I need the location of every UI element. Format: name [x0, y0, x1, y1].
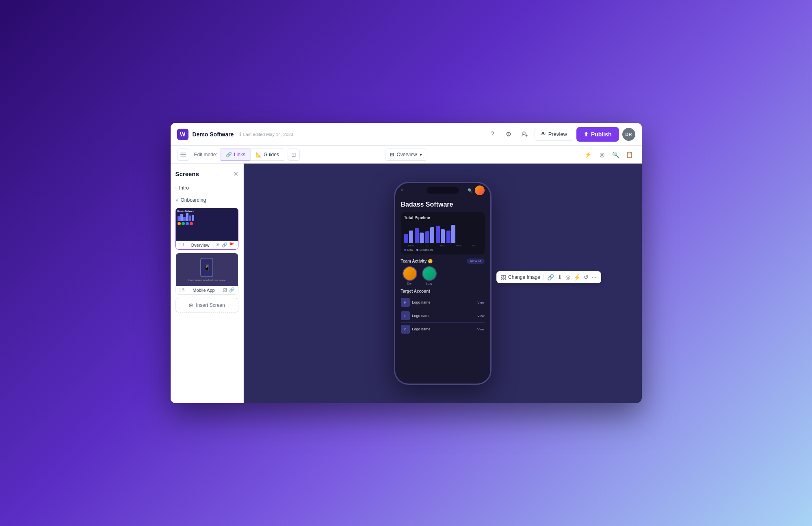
- overview-mini-preview: Badass Software: [176, 208, 238, 241]
- insert-screen-button[interactable]: ⊕ Insert Screen: [175, 298, 238, 313]
- invite-button[interactable]: [518, 128, 531, 141]
- mobile-app-actions: 🖼 🔗: [223, 287, 235, 293]
- chevron-down-icon: ▾: [420, 152, 422, 157]
- team-section: Team Activity 😊 View all Don Lizzy: [401, 259, 485, 285]
- sidebar-toggle-button[interactable]: [177, 149, 189, 161]
- link-icon: 🔗: [226, 152, 232, 157]
- flag-action-icon[interactable]: 🚩: [229, 242, 235, 248]
- chart-title: Total Pipeline: [404, 216, 481, 220]
- target-item-2: S Logo name View: [401, 309, 485, 323]
- chevron-down-icon: ∨: [175, 198, 178, 203]
- image-action-icon[interactable]: 🖼: [223, 287, 227, 293]
- phone-notch: [427, 187, 459, 194]
- overview-dropdown[interactable]: ⊞ Overview ▾: [385, 149, 427, 161]
- mobile-app-footer: 1.5 Mobile App 🖼 🔗: [176, 286, 238, 294]
- mobile-app-number: 1.5: [179, 288, 185, 292]
- target-logo-1: P: [401, 298, 410, 307]
- target-view-1[interactable]: View: [477, 301, 484, 304]
- link-action-icon2[interactable]: 🔗: [229, 287, 235, 293]
- guides-tab[interactable]: 📐 Guides: [250, 149, 284, 161]
- phone-content: Badass Software Total Pipeline: [395, 198, 490, 384]
- overview-number: 1.1: [179, 243, 185, 247]
- close-sidebar-button[interactable]: ✕: [233, 170, 238, 178]
- logo-badge: W: [177, 129, 188, 140]
- chevron-right-icon: ›: [175, 186, 177, 190]
- settings-button[interactable]: ⚙: [502, 128, 515, 141]
- lightning-icon-btn[interactable]: ⚡: [582, 149, 594, 160]
- target-logo-2: S: [401, 311, 410, 320]
- target-toolbar-icon[interactable]: ◎: [565, 274, 570, 280]
- more-toolbar-icon[interactable]: ···: [592, 274, 597, 280]
- don-name: Don: [407, 282, 412, 285]
- chart-container: Total Pipeline: [401, 212, 485, 254]
- target-name-2: Logo name: [412, 314, 431, 318]
- image-toolbar-icon: 🖼: [501, 274, 506, 280]
- menu-icon: ≡: [401, 188, 403, 192]
- plus-icon: ⊕: [188, 302, 193, 308]
- change-image-item[interactable]: 🖼 Change Image: [501, 274, 540, 280]
- chart-bars: [404, 222, 481, 243]
- copy-icon-btn[interactable]: 📋: [624, 149, 635, 160]
- grid-icon: ⊞: [390, 152, 394, 157]
- user-avatar[interactable]: DR: [622, 128, 635, 141]
- help-button[interactable]: ?: [486, 128, 499, 141]
- app-title: Demo Software: [193, 131, 234, 138]
- resize-button[interactable]: ⊡: [288, 149, 300, 161]
- overview-screen-card[interactable]: Badass Software: [175, 208, 238, 250]
- target-view-2[interactable]: View: [477, 314, 484, 318]
- info-icon: ℹ: [239, 132, 241, 137]
- view-all-button[interactable]: View all: [467, 259, 484, 264]
- download-toolbar-icon[interactable]: ⬇: [557, 274, 562, 280]
- upload-icon: ⬆: [584, 131, 589, 138]
- sidebar-title: Screens: [175, 170, 199, 177]
- edit-bar: Edit mode: 🔗 Links 📐 Guides ⊡ ⊞ Overview…: [171, 146, 642, 164]
- preview-button[interactable]: 👁 Preview: [535, 128, 573, 141]
- top-bar-actions: ? ⚙ 👁 Preview ⬆ Publish DR: [486, 127, 635, 142]
- link-action-icon[interactable]: 🔗: [222, 242, 227, 248]
- link-toolbar-icon[interactable]: 🔗: [547, 274, 554, 280]
- target-item-3: C Logo name View: [401, 323, 485, 336]
- sidebar-header: Screens ✕: [175, 170, 238, 178]
- target-icon-btn[interactable]: ◎: [596, 149, 608, 160]
- chart-legend: New Expansion: [404, 248, 481, 251]
- target-view-3[interactable]: View: [477, 328, 484, 331]
- team-member-don: Don: [403, 266, 417, 285]
- team-member-lizzy: Lizzy: [422, 266, 437, 285]
- onboarding-section-item[interactable]: ∨ Onboarding: [175, 196, 238, 205]
- profile-avatar: [475, 185, 485, 195]
- phone-app-name: Badass Software: [401, 201, 485, 208]
- target-logo-3: C: [401, 325, 410, 334]
- sidebar-icon: [180, 153, 186, 157]
- eye-icon: 👁: [541, 131, 546, 137]
- svg-rect-1: [180, 153, 186, 153]
- don-avatar: [403, 266, 417, 281]
- search-icon-btn[interactable]: 🔍: [610, 149, 621, 160]
- sidebar: Screens ✕ › Intro ∨ Onboarding: [171, 164, 244, 403]
- eye-action-icon[interactable]: 👁: [216, 242, 220, 248]
- mobile-thumb-inner: 📱 Insert screen to upload your image: [176, 253, 238, 286]
- target-item-1: P Logo name View: [401, 296, 485, 309]
- canvas-area[interactable]: ≡ 🔍 Badass Software Total Pipeline: [244, 164, 642, 403]
- target-name-3: Logo name: [412, 327, 431, 331]
- lightning-toolbar-icon[interactable]: ⚡: [574, 274, 580, 280]
- svg-rect-2: [180, 154, 186, 155]
- team-title: Team Activity 😊: [401, 259, 433, 263]
- edit-mode-label: Edit mode:: [194, 152, 217, 157]
- onboarding-label: Onboarding: [181, 197, 206, 203]
- rotate-toolbar-icon[interactable]: ↺: [584, 274, 589, 280]
- overview-actions: 👁 🔗 🚩: [216, 242, 235, 248]
- overview-thumbnail: Badass Software: [176, 208, 238, 241]
- intro-label: Intro: [179, 185, 189, 191]
- main-layout: Screens ✕ › Intro ∨ Onboarding: [171, 164, 642, 403]
- svg-rect-3: [180, 156, 186, 157]
- invite-icon: [522, 131, 528, 138]
- publish-button[interactable]: ⬆ Publish: [576, 127, 619, 142]
- intro-section-item[interactable]: › Intro: [175, 183, 238, 192]
- mobile-app-thumbnail: 📱 Insert screen to upload your image: [176, 253, 238, 286]
- chart-xlabels: MON TUE WED THU FRI: [404, 244, 481, 247]
- mobile-app-screen-card[interactable]: 📱 Insert screen to upload your image 1.5…: [175, 253, 238, 295]
- links-tab[interactable]: 🔗 Links: [221, 149, 251, 161]
- app-window: W Demo Software ℹ Last edited May 14, 20…: [171, 123, 642, 403]
- target-title: Target Account: [401, 289, 485, 293]
- mobile-app-name: Mobile App: [193, 288, 214, 293]
